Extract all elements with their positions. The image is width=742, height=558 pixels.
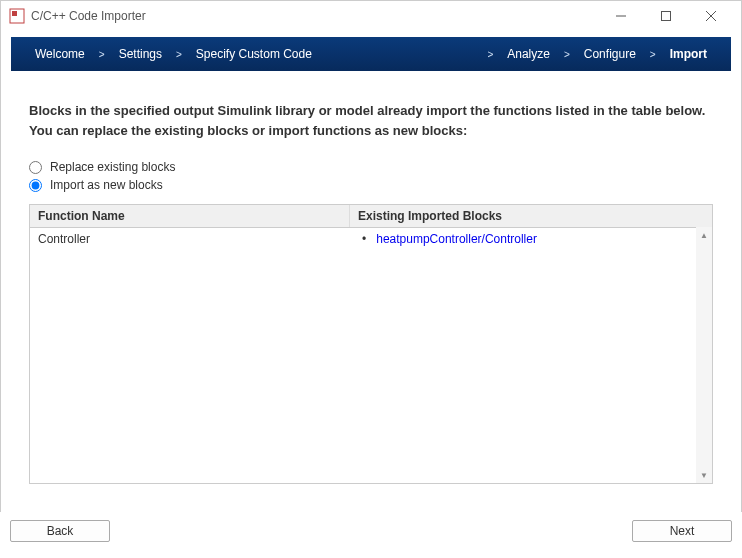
radio-group: Replace existing blocks Import as new bl… xyxy=(29,158,713,194)
crumb-analyze[interactable]: Analyze xyxy=(497,47,560,61)
table-header: Function Name Existing Imported Blocks xyxy=(30,205,712,228)
cell-function-name: Controller xyxy=(30,228,350,250)
header-function-name: Function Name xyxy=(30,205,350,227)
crumb-welcome[interactable]: Welcome xyxy=(25,47,95,61)
crumb-specify-custom-code[interactable]: Specify Custom Code xyxy=(186,47,322,61)
bullet-icon: • xyxy=(362,232,366,246)
intro-text: Blocks in the specified output Simulink … xyxy=(29,101,713,140)
minimize-button[interactable] xyxy=(598,1,643,31)
crumb-import[interactable]: Import xyxy=(660,47,717,61)
close-button[interactable] xyxy=(688,1,733,31)
titlebar: C/C++ Code Importer xyxy=(1,1,741,31)
chevron-right-icon: > xyxy=(646,49,660,60)
table-body: Controller • heatpumpController/Controll… xyxy=(30,228,712,250)
svg-rect-1 xyxy=(12,11,17,16)
svg-rect-3 xyxy=(661,12,670,21)
header-existing-blocks: Existing Imported Blocks xyxy=(350,205,712,227)
radio-replace[interactable] xyxy=(29,161,42,174)
window-controls xyxy=(598,1,733,31)
crumb-settings[interactable]: Settings xyxy=(109,47,172,61)
radio-replace-label[interactable]: Replace existing blocks xyxy=(50,160,175,174)
radio-import-label[interactable]: Import as new blocks xyxy=(50,178,163,192)
scroll-down-icon[interactable]: ▼ xyxy=(696,467,712,483)
next-button[interactable]: Next xyxy=(632,520,732,542)
chevron-right-icon: > xyxy=(560,49,574,60)
scroll-up-icon[interactable]: ▲ xyxy=(696,227,712,243)
footer: Back Next xyxy=(0,512,742,558)
app-icon xyxy=(9,8,25,24)
radio-import[interactable] xyxy=(29,179,42,192)
back-button[interactable]: Back xyxy=(10,520,110,542)
vertical-scrollbar[interactable]: ▲ ▼ xyxy=(696,227,712,483)
chevron-right-icon: > xyxy=(95,49,109,60)
cell-existing-blocks: • heatpumpController/Controller xyxy=(350,228,712,250)
chevron-right-icon: > xyxy=(172,49,186,60)
maximize-button[interactable] xyxy=(643,1,688,31)
functions-table: Function Name Existing Imported Blocks C… xyxy=(29,204,713,484)
block-link[interactable]: heatpumpController/Controller xyxy=(376,232,537,246)
radio-replace-row[interactable]: Replace existing blocks xyxy=(29,158,713,176)
table-row: Controller • heatpumpController/Controll… xyxy=(30,228,712,250)
radio-import-row[interactable]: Import as new blocks xyxy=(29,176,713,194)
main-content: Blocks in the specified output Simulink … xyxy=(1,71,741,511)
window-title: C/C++ Code Importer xyxy=(31,9,598,23)
breadcrumb: Welcome > Settings > Specify Custom Code… xyxy=(11,37,731,71)
crumb-configure[interactable]: Configure xyxy=(574,47,646,61)
chevron-right-icon: > xyxy=(483,49,497,60)
